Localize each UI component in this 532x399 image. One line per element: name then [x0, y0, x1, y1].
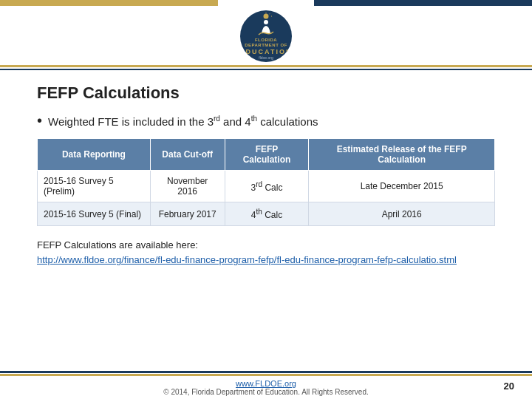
footer-content: www.FLDOE.org © 2014, Florida Department… [0, 376, 532, 399]
top-bar-blue [314, 0, 532, 6]
logo-dept-text: FLORIDA DEPARTMENT OF [240, 38, 292, 47]
logo-site-text: fldoe.org [259, 55, 273, 60]
col-header-reporting: Data Reporting [38, 139, 151, 171]
footer-copyright: © 2014, Florida Department of Education.… [163, 388, 369, 396]
header: FLORIDA DEPARTMENT OF EDUCATION fldoe.or… [0, 6, 532, 65]
cell-cutoff-1: November 2016 [150, 171, 225, 202]
cell-cutoff-2: February 2017 [150, 202, 225, 226]
table-row: 2015-16 Survey 5 (Prelim) November 2016 … [38, 171, 495, 202]
table-header-row: Data Reporting Data Cut-off FEFP Calcula… [38, 139, 495, 171]
cell-reporting-1: 2015-16 Survey 5 (Prelim) [38, 171, 151, 202]
svg-point-4 [264, 20, 268, 24]
col-header-release: Estimated Release of the FEFP Calculatio… [309, 139, 495, 171]
top-bar [0, 0, 532, 6]
logo-inner: FLORIDA DEPARTMENT OF EDUCATION fldoe.or… [240, 13, 292, 59]
footer: www.FLDOE.org © 2014, Florida Department… [0, 371, 532, 399]
fefp-table: Data Reporting Data Cut-off FEFP Calcula… [37, 138, 495, 226]
svg-line-2 [270, 14, 270, 15]
logo-edu-text: EDUCATION [240, 48, 292, 55]
page-title: FEFP Calculations [37, 83, 495, 103]
bullet-dot: • [37, 113, 42, 128]
footer-link[interactable]: www.FLDOE.org [236, 379, 296, 388]
top-bar-gold [0, 0, 218, 6]
col-header-calc: FEFP Calculation [225, 139, 309, 171]
col-header-cutoff: Data Cut-off [150, 139, 225, 171]
header-lines [0, 65, 532, 70]
cell-release-2: April 2016 [309, 202, 495, 226]
top-bar-gap [218, 0, 314, 6]
svg-point-0 [264, 14, 269, 19]
cell-reporting-2: 2015-16 Survey 5 (Final) [38, 202, 151, 226]
table-row: 2015-16 Survey 5 (Final) February 2017 4… [38, 202, 495, 226]
cell-calc-2: 4th Calc [225, 202, 309, 226]
logo-figure-icon [256, 13, 276, 38]
logo-circle: FLORIDA DEPARTMENT OF EDUCATION fldoe.or… [240, 10, 292, 62]
bullet-point: • Weighted FTE is included in the 3rd an… [37, 113, 495, 128]
header-line-gold [0, 65, 532, 67]
header-line-blue [0, 69, 532, 70]
cell-release-1: Late December 2015 [309, 171, 495, 202]
footer-line-blue [0, 371, 532, 373]
availability-link[interactable]: http://www.fldoe.org/finance/fl-edu-fina… [37, 254, 457, 265]
availability-text: FEFP Calculations are available here: [37, 239, 495, 250]
bullet-text: Weighted FTE is included in the 3rd and … [48, 115, 318, 128]
main-content: FEFP Calculations • Weighted FTE is incl… [0, 70, 532, 267]
page-number: 20 [504, 381, 514, 392]
cell-calc-1: 3rd Calc [225, 171, 309, 202]
